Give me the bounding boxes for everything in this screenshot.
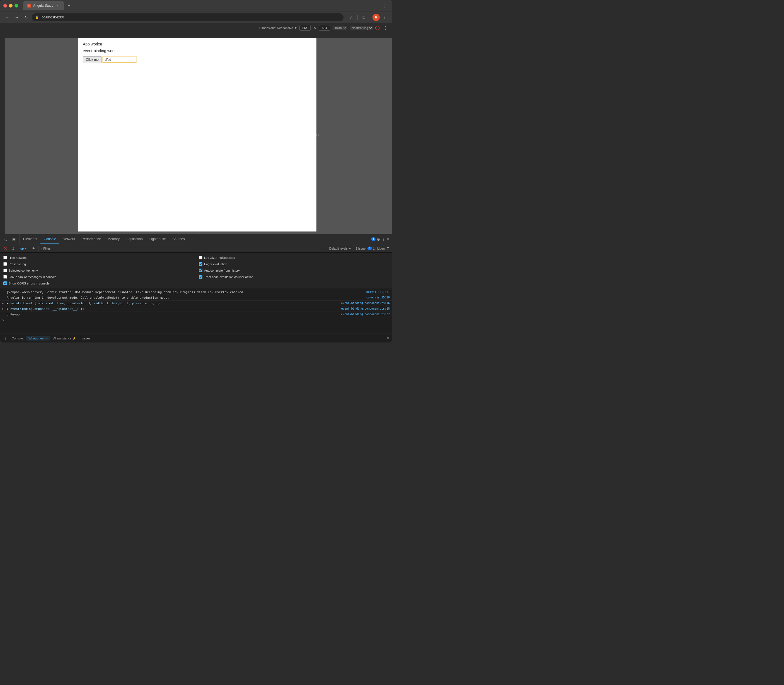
console-settings-icon[interactable]: ⚙ bbox=[386, 246, 390, 250]
app-frame: App works! event-binding works! Click me… bbox=[78, 38, 319, 234]
devtools-phone-icon[interactable]: ▣ bbox=[11, 236, 17, 243]
tab-application[interactable]: Application bbox=[123, 234, 146, 244]
group-similar-checkbox[interactable] bbox=[3, 275, 7, 279]
tab-console[interactable]: Console bbox=[40, 234, 59, 244]
console-text-3: ▶ EventBindingComponent {__ngContext__: … bbox=[7, 307, 338, 311]
app-title: App works! bbox=[83, 42, 314, 46]
browser-menu-button[interactable]: ⋮ bbox=[380, 2, 389, 10]
bottom-more-icon[interactable]: ⋮ bbox=[2, 335, 8, 341]
title-bar: A AngularStudy ✕ + ⋮ bbox=[0, 0, 392, 11]
bottom-tab-issues[interactable]: Issues bbox=[79, 336, 92, 341]
show-cors-label: Show CORS errors in console bbox=[9, 282, 50, 285]
selected-context-checkbox[interactable] bbox=[3, 269, 7, 272]
tab-lighthouse[interactable]: Lighthouse bbox=[146, 234, 169, 244]
bottom-tab-whats-new[interactable]: What's new ✕ bbox=[26, 336, 50, 341]
console-link-2[interactable]: event-binding.component.ts:16 bbox=[338, 302, 390, 305]
reload-button[interactable]: ↻ bbox=[22, 13, 30, 21]
devtools-tab-bar: ◡ ▣ Elements Console Network Performance… bbox=[0, 234, 392, 244]
tab-elements[interactable]: Elements bbox=[20, 234, 40, 244]
sensor-icon[interactable]: 🚫 bbox=[375, 26, 380, 30]
devtools-settings-icon[interactable]: ⚙ bbox=[377, 237, 380, 242]
new-tab-button[interactable]: + bbox=[65, 2, 72, 9]
click-input[interactable] bbox=[103, 57, 136, 62]
frame-bottom-handle[interactable]: ⠒ bbox=[78, 232, 319, 234]
address-text: localhost:4200 bbox=[41, 15, 340, 19]
issue-indicator: 1 Issue: 1 1 hidden bbox=[356, 247, 385, 250]
preserve-log-checkbox[interactable] bbox=[3, 262, 7, 266]
tab-bar: A AngularStudy ✕ + bbox=[23, 1, 377, 10]
bottom-dots-icon: ⠒ bbox=[198, 230, 200, 234]
toolbar-more-button[interactable]: ⋮ bbox=[382, 25, 389, 31]
hide-network-checkbox[interactable] bbox=[3, 256, 7, 260]
tab-memory[interactable]: Memory bbox=[104, 234, 123, 244]
nav-bar: ← → ↻ 🔒 localhost:4200 ☆ □ E ⋮ bbox=[0, 11, 392, 23]
expand-arrow-icon[interactable]: ▶ bbox=[2, 307, 3, 310]
maximize-traffic-light[interactable] bbox=[15, 4, 18, 8]
more-button[interactable]: ⋮ bbox=[381, 13, 389, 21]
back-button[interactable]: ← bbox=[3, 13, 11, 21]
eager-eval-label: Eager evaluation bbox=[204, 263, 227, 266]
tab-close-button[interactable]: ✕ bbox=[55, 3, 60, 8]
zoom-select[interactable]: 100% bbox=[334, 26, 347, 30]
frame-resize-handle[interactable]: ⠿ bbox=[316, 38, 319, 234]
device-toolbar: Dimensions: Responsive ▼ ✕ 100% No throt… bbox=[0, 23, 392, 33]
forward-button[interactable]: → bbox=[13, 13, 21, 21]
profile-button[interactable]: E bbox=[373, 14, 380, 21]
context-select[interactable]: top ▼ bbox=[18, 246, 29, 251]
click-me-button[interactable]: Click me bbox=[83, 56, 102, 63]
show-cors-checkbox[interactable] bbox=[3, 281, 7, 285]
console-link-0[interactable]: polyfills.js:1 bbox=[364, 291, 390, 294]
tab-sources[interactable]: Sources bbox=[169, 234, 188, 244]
log-xmlhttp-checkbox[interactable] bbox=[199, 256, 202, 260]
tab-performance[interactable]: Performance bbox=[78, 234, 104, 244]
height-input[interactable] bbox=[319, 25, 330, 31]
console-line: [webpack-dev-server] Server started: Hot… bbox=[0, 289, 392, 295]
expand-arrow-icon[interactable]: ▶ bbox=[2, 302, 3, 305]
default-levels-button[interactable]: Default levels ▼ bbox=[327, 246, 354, 251]
ruler bbox=[0, 33, 392, 38]
extension-button[interactable]: □ bbox=[360, 13, 368, 21]
filter-button[interactable]: ⊿ Filter bbox=[38, 246, 52, 251]
active-tab[interactable]: A AngularStudy ✕ bbox=[23, 1, 64, 10]
issue-count-badge: 1 bbox=[368, 247, 372, 250]
eager-eval-checkbox[interactable] bbox=[199, 262, 202, 266]
console-clear-button[interactable]: 🚫 bbox=[2, 245, 8, 252]
setting-treat-code: Treat code evaluation as user action bbox=[199, 274, 389, 279]
devtools-tab-right: 1 ⚙ ⋮ ✕ bbox=[371, 234, 390, 244]
tab-network[interactable]: Network bbox=[59, 234, 78, 244]
console-input[interactable] bbox=[6, 319, 390, 322]
address-bar[interactable]: 🔒 localhost:4200 bbox=[32, 13, 343, 21]
bookmark-button[interactable]: ☆ bbox=[347, 13, 355, 21]
group-similar-label: Group similar messages in console bbox=[9, 275, 56, 279]
console-link-3[interactable]: event-binding.component.ts:18 bbox=[338, 307, 390, 310]
setting-hide-network: Hide network bbox=[3, 255, 193, 260]
devtools-close-icon[interactable]: ✕ bbox=[386, 237, 390, 242]
console-link-1[interactable]: core.mjs:25520 bbox=[364, 296, 390, 299]
bottom-close-button[interactable]: ✕ bbox=[386, 336, 390, 341]
lock-icon: 🔒 bbox=[35, 15, 39, 19]
throttle-select[interactable]: No throttling bbox=[350, 26, 373, 30]
filter-label: Filter bbox=[43, 247, 50, 250]
eye-icon[interactable]: 👁 bbox=[31, 245, 37, 252]
setting-preserve-log: Preserve log bbox=[3, 261, 193, 267]
devtools-cursor-icon[interactable]: ◡ bbox=[2, 236, 9, 243]
console-filter-icon[interactable]: ⊘ bbox=[10, 245, 16, 252]
bottom-tab-ai[interactable]: AI assistance ⚡ bbox=[51, 336, 78, 341]
setting-group-similar: Group similar messages in console bbox=[3, 274, 193, 279]
default-levels-arrow: ▼ bbox=[348, 247, 352, 250]
frame-corner-handle[interactable] bbox=[316, 232, 319, 234]
main-area: App works! event-binding works! Click me… bbox=[0, 38, 392, 234]
dimensions-dropdown-icon[interactable]: ▼ bbox=[294, 26, 297, 29]
whats-new-close-icon[interactable]: ✕ bbox=[45, 337, 48, 340]
console-line: ▶ ▶ PointerEvent {isTrusted: true, point… bbox=[0, 301, 392, 306]
minimize-traffic-light[interactable] bbox=[9, 4, 13, 8]
width-input[interactable] bbox=[300, 25, 311, 31]
close-traffic-light[interactable] bbox=[3, 4, 7, 8]
selected-context-label: Selected context only bbox=[9, 269, 38, 272]
bottom-tab-console[interactable]: Console bbox=[10, 336, 25, 341]
resize-dots-icon: ⠿ bbox=[316, 133, 319, 139]
devtools-more-icon[interactable]: ⋮ bbox=[381, 237, 385, 242]
autocomplete-checkbox[interactable] bbox=[199, 269, 202, 272]
console-link-4[interactable]: event-binding.component.ts:22 bbox=[338, 313, 390, 316]
treat-code-checkbox[interactable] bbox=[199, 275, 202, 279]
